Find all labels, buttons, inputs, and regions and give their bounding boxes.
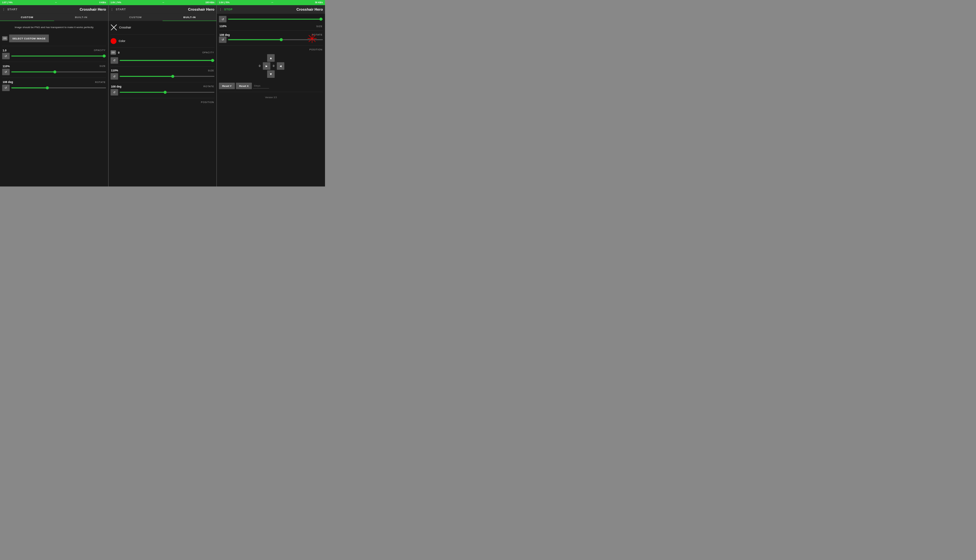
opacity-fill-1 [11, 55, 104, 57]
content-3: ↺ 110% SIZE [217, 14, 325, 187]
rotate-thumb-1[interactable] [46, 86, 49, 89]
rotate-value-2: 108 deg [111, 85, 122, 88]
opacity-reset-btn-2[interactable]: ↺ [110, 57, 118, 63]
arrow-down-button[interactable]: ▼ [267, 70, 275, 78]
app-title-1: Crosshair Hero [80, 7, 106, 12]
status-bar-3: 1:0V | 70% ··· 56 KB/s [217, 0, 325, 5]
crosshair-svg-icon [110, 24, 117, 31]
crosshair-item[interactable]: Crosshair [110, 23, 215, 32]
status-bar-1: 1:07 | 74% ··· 0 KB/s [0, 0, 108, 5]
size-name-3: SIZE [316, 25, 322, 28]
screens-container: 1:07 | 74% ··· 0 KB/s ⋮ START Crosshair … [0, 0, 325, 186]
opacity-reset-btn-1[interactable]: ↺ [2, 53, 10, 60]
rotate-label-row-1: 108 deg ROTATE [2, 80, 106, 83]
arrow-left-button[interactable]: ◄ [277, 62, 284, 70]
color-item[interactable]: Color [110, 37, 215, 45]
rotate-value-3: 108 deg [219, 33, 230, 37]
opacity-thumb-1[interactable] [103, 55, 106, 57]
position-label-row-2: POSITION [110, 101, 215, 104]
rotate-reset-btn-2[interactable]: ↺ [110, 89, 118, 96]
size-reset-btn-1[interactable]: ↺ [2, 69, 10, 75]
arrow-right-button[interactable]: ► [263, 62, 270, 70]
top-bar-2: ⋮ START Crosshair Hero [108, 5, 217, 14]
size-track-2[interactable] [120, 76, 215, 77]
size-slider-row-1: ↺ [2, 69, 106, 75]
opacity-section-2: 0 OPACITY [118, 51, 215, 54]
crosshair-visual-svg [305, 32, 319, 45]
rotate-track-2[interactable] [120, 92, 215, 93]
opacity-value-2: 0 [118, 51, 120, 54]
reset-row: Reset Y Reset X [219, 83, 323, 89]
app-title-2: Crosshair Hero [188, 7, 215, 12]
tabs-1: CUSTOM BUILT-IN [0, 14, 108, 21]
tab-builtin-1[interactable]: BUILT-IN [54, 14, 108, 21]
rotate-reset-btn-3[interactable]: ↺ [219, 37, 227, 43]
opacity-label-row-1: 1.0 OPACITY [2, 49, 106, 52]
crosshair-visual [305, 32, 319, 45]
size-reset-btn-3[interactable]: ↺ [219, 16, 227, 22]
reset-x-button[interactable]: Reset X [236, 83, 252, 89]
rotate-fill-3 [228, 39, 281, 40]
tab-custom-2[interactable]: CUSTOM [108, 14, 162, 21]
opacity-thumb-2[interactable] [211, 59, 214, 62]
size-value-3: 110% [219, 25, 227, 28]
reset-y-button[interactable]: Reset Y [219, 83, 235, 89]
opacity-track-1[interactable] [11, 55, 106, 57]
action-button-1[interactable]: START [7, 8, 18, 11]
arrow-up-button[interactable]: ▲ [267, 54, 275, 62]
rotate-reset-btn-1[interactable]: ↺ [2, 85, 10, 91]
position-label-row-3: POSITION [219, 48, 323, 51]
screen-1: 1:07 | 74% ··· 0 KB/s ⋮ START Crosshair … [0, 0, 108, 186]
rotate-fill-2 [120, 92, 165, 93]
refresh-icon-s2-3: ↺ [113, 90, 116, 94]
size-section-2: 110% SIZE ↺ [110, 69, 215, 80]
menu-icon-1[interactable]: ⋮ [2, 8, 5, 11]
size-fill-2 [120, 76, 173, 77]
menu-icon-3[interactable]: ⋮ [219, 8, 222, 11]
refresh-icon-2: ↺ [5, 70, 7, 73]
rotate-thumb-2[interactable] [164, 91, 167, 94]
opacity-section-1: 1.0 OPACITY ↺ [2, 49, 106, 60]
size-reset-btn-2[interactable]: ↺ [110, 73, 118, 80]
tab-custom-1[interactable]: CUSTOM [0, 14, 54, 21]
refresh-icon-1: ↺ [5, 54, 7, 58]
rotate-section-2: 108 deg ROTATE ↺ [110, 85, 215, 96]
size-track-3[interactable] [228, 19, 323, 20]
rotate-value-1: 108 deg [3, 80, 13, 83]
size-value-1: 110% [3, 65, 10, 68]
size-thumb-1[interactable] [53, 70, 56, 73]
size-label-row-3: 110% SIZE [219, 25, 323, 28]
right-arrow-icon: ► [265, 64, 268, 68]
select-custom-image-button[interactable]: SELECT CUSTOM IMAGE [9, 35, 49, 42]
status-right-1: 0 KB/s [99, 1, 106, 4]
refresh-icon-3: ↺ [5, 86, 7, 90]
status-right-3: 56 KB/s [315, 1, 323, 4]
size-value-2: 110% [111, 69, 118, 72]
menu-icon-2[interactable]: ⋮ [110, 8, 113, 11]
tab-builtin-2[interactable]: BUILT-IN [162, 14, 217, 21]
position-label-3: POSITION [310, 48, 322, 51]
content-1: Image should be PNG and has transparent … [0, 21, 108, 186]
refresh-icon-s2-2: ↺ [113, 75, 116, 78]
steps-input[interactable] [253, 83, 269, 88]
arrow-up-row: ▲ [267, 54, 275, 62]
size-track-1[interactable] [11, 72, 106, 72]
opacity-track-2[interactable] [120, 60, 215, 61]
action-button-3[interactable]: STOP [224, 8, 233, 11]
size-label-row-2: 110% SIZE [110, 69, 215, 72]
opacity-name-2: OPACITY [202, 51, 214, 54]
size-thumb-3[interactable] [320, 18, 322, 21]
opacity-slider-row-1: ↺ [2, 53, 106, 60]
rotate-section-1: 108 deg ROTATE ↺ [2, 80, 106, 91]
arrow-down-row: ▼ [267, 70, 275, 78]
keyboard-icon-2: ⌨ [110, 50, 116, 55]
action-button-2[interactable]: START [116, 8, 126, 11]
rotate-thumb-3[interactable] [280, 38, 283, 41]
size-section-1: 110% SIZE ↺ [2, 65, 106, 75]
status-bar-2: 1:0V | 74% ··· 195 KB/s [108, 0, 217, 5]
size-slider-row-3: ↺ [219, 16, 323, 22]
refresh-icon-s2-1: ↺ [113, 59, 116, 62]
arrow-mid-row: 0 ► 0 ◄ [257, 62, 284, 70]
rotate-track-1[interactable] [11, 88, 106, 88]
size-thumb-2[interactable] [171, 75, 174, 78]
